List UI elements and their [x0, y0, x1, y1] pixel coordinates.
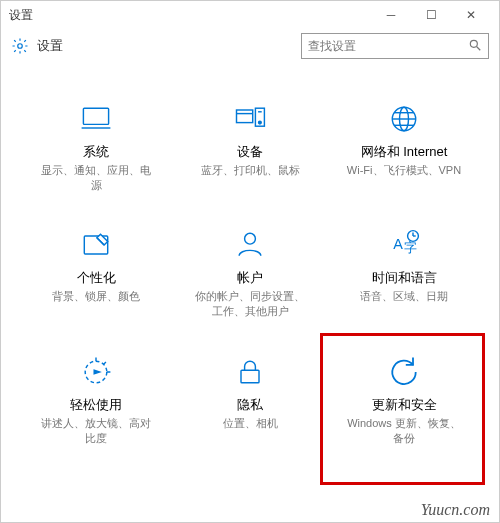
tile-network[interactable]: 网络和 Internet Wi-Fi、飞行模式、VPN	[327, 93, 481, 219]
tile-desc: 你的帐户、同步设置、工作、其他用户	[190, 289, 310, 319]
update-security-icon	[386, 354, 422, 390]
svg-point-1	[470, 40, 477, 47]
tile-desc: 显示、通知、应用、电源	[36, 163, 156, 193]
settings-window: 设置 ─ ☐ ✕ 设置 查找设置 系统 显示、通知、应用、电源	[0, 0, 500, 523]
tile-desc: Wi-Fi、飞行模式、VPN	[347, 163, 461, 178]
tile-title: 系统	[83, 143, 109, 161]
tile-title: 更新和安全	[372, 396, 437, 414]
privacy-icon	[232, 354, 268, 390]
titlebar: 设置 ─ ☐ ✕	[1, 1, 499, 29]
accounts-icon	[232, 227, 268, 263]
settings-grid: 系统 显示、通知、应用、电源 设备 蓝牙、打印机、鼠标 网络和 Internet…	[1, 63, 499, 522]
window-title: 设置	[9, 7, 371, 24]
tile-system[interactable]: 系统 显示、通知、应用、电源	[19, 93, 173, 219]
header: 设置 查找设置	[1, 29, 499, 63]
tile-devices[interactable]: 设备 蓝牙、打印机、鼠标	[173, 93, 327, 219]
tile-desc: 背景、锁屏、颜色	[52, 289, 140, 304]
page-title: 设置	[37, 37, 301, 55]
svg-marker-24	[94, 370, 99, 374]
svg-text:A: A	[393, 236, 403, 252]
minimize-button[interactable]: ─	[371, 1, 411, 29]
svg-rect-25	[241, 370, 259, 383]
time-language-icon: A字	[386, 227, 422, 263]
search-placeholder: 查找设置	[308, 38, 468, 55]
tile-title: 个性化	[77, 269, 116, 287]
svg-text:字: 字	[404, 241, 417, 256]
tile-ease-of-access[interactable]: 轻松使用 讲述人、放大镜、高对比度	[19, 346, 173, 472]
gear-icon	[11, 37, 29, 55]
tile-personalization[interactable]: 个性化 背景、锁屏、颜色	[19, 219, 173, 345]
svg-rect-5	[237, 110, 253, 123]
svg-point-17	[245, 234, 256, 245]
svg-point-8	[259, 121, 262, 124]
watermark: Yuucn.com	[421, 501, 490, 519]
tile-title: 轻松使用	[70, 396, 122, 414]
tile-time-language[interactable]: A字 时间和语言 语音、区域、日期	[327, 219, 481, 345]
tile-desc: 讲述人、放大镜、高对比度	[36, 416, 156, 446]
svg-point-0	[18, 44, 23, 49]
svg-rect-3	[83, 108, 108, 124]
tile-desc: 语音、区域、日期	[360, 289, 448, 304]
personalization-icon	[78, 227, 114, 263]
system-icon	[78, 101, 114, 137]
search-input[interactable]: 查找设置	[301, 33, 489, 59]
close-button[interactable]: ✕	[451, 1, 491, 29]
tile-update-security[interactable]: 更新和安全 Windows 更新、恢复、备份	[327, 346, 481, 472]
svg-line-2	[477, 46, 481, 50]
tile-accounts[interactable]: 帐户 你的帐户、同步设置、工作、其他用户	[173, 219, 327, 345]
tile-privacy[interactable]: 隐私 位置、相机	[173, 346, 327, 472]
network-icon	[386, 101, 422, 137]
tile-title: 帐户	[237, 269, 263, 287]
tile-title: 时间和语言	[372, 269, 437, 287]
window-controls: ─ ☐ ✕	[371, 1, 491, 29]
maximize-button[interactable]: ☐	[411, 1, 451, 29]
devices-icon	[232, 101, 268, 137]
ease-of-access-icon	[78, 354, 114, 390]
search-icon	[468, 38, 482, 55]
tile-desc: Windows 更新、恢复、备份	[344, 416, 464, 446]
tile-title: 网络和 Internet	[361, 143, 448, 161]
tile-desc: 蓝牙、打印机、鼠标	[201, 163, 300, 178]
tile-title: 隐私	[237, 396, 263, 414]
tile-title: 设备	[237, 143, 263, 161]
tile-desc: 位置、相机	[223, 416, 278, 431]
